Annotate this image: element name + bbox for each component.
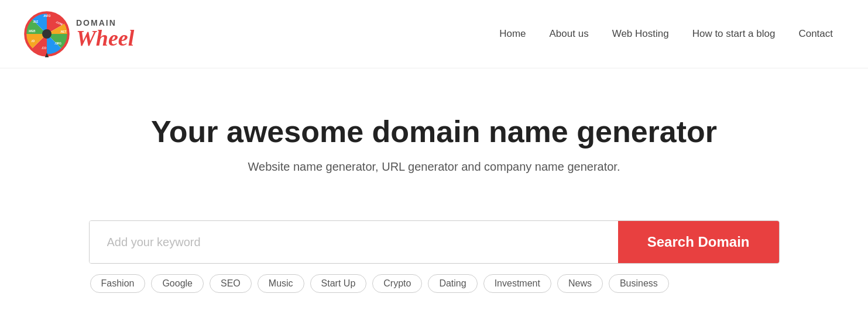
svg-text:.NET: .NET [60,30,66,33]
keyword-tag[interactable]: Fashion [90,274,146,293]
logo-wheel-icon: .COM .NET .ORG .CO .IO .WEB .BIZ .INFO [23,11,70,57]
svg-text:.CO: .CO [41,47,46,50]
svg-text:.WEB: .WEB [28,30,36,33]
hero-subtitle: Website name generator, URL generator an… [12,160,856,174]
hero-title: Your awesome domain name generator [12,115,856,148]
keyword-tag[interactable]: Investment [483,274,551,293]
svg-point-2 [42,29,52,39]
search-input[interactable] [90,221,618,263]
keyword-tag[interactable]: Crypto [372,274,422,293]
svg-text:.INFO: .INFO [43,15,51,18]
search-domain-button[interactable]: Search Domain [618,221,779,263]
keyword-tags: FashionGoogleSEOMusicStart UpCryptoDatin… [89,274,780,293]
logo-wheel-label: Wheel [76,27,134,49]
logo[interactable]: .COM .NET .ORG .CO .IO .WEB .BIZ .INFO D… [23,11,134,57]
nav-hosting-link[interactable]: Web Hosting [612,28,669,40]
svg-text:.ORG: .ORG [54,42,62,45]
keyword-tag[interactable]: SEO [210,274,252,293]
nav-contact-link[interactable]: Contact [798,28,833,40]
search-bar: Search Domain [89,220,780,264]
keyword-tag[interactable]: News [557,274,603,293]
keyword-tag[interactable]: Business [609,274,669,293]
main-nav: Home About us Web Hosting How to start a… [499,28,833,40]
search-section: Search Domain FashionGoogleSEOMusicStart… [54,220,815,293]
nav-blog-link[interactable]: How to start a blog [692,28,776,40]
keyword-tag[interactable]: Dating [428,274,477,293]
keyword-tag[interactable]: Music [258,274,304,293]
site-header: .COM .NET .ORG .CO .IO .WEB .BIZ .INFO D… [0,0,868,68]
logo-text: DOMAIN Wheel [76,19,134,49]
keyword-tag[interactable]: Google [151,274,204,293]
nav-home-link[interactable]: Home [499,28,526,40]
hero-section: Your awesome domain name generator Websi… [0,68,868,197]
svg-text:.BIZ: .BIZ [33,20,38,23]
svg-text:.IO: .IO [31,40,35,43]
nav-about-link[interactable]: About us [550,28,589,40]
keyword-tag[interactable]: Start Up [310,274,367,293]
